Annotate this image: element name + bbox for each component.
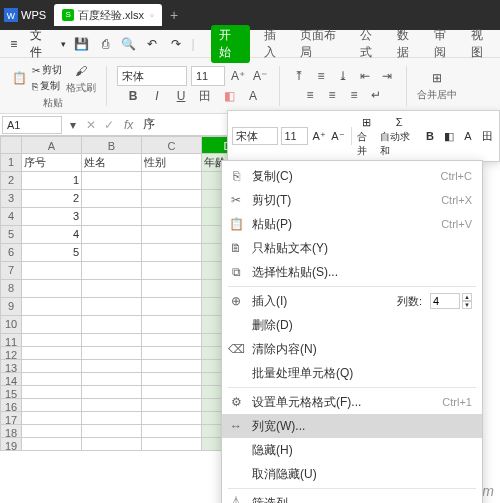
file-menu[interactable]: 文件 bbox=[30, 27, 53, 61]
menu-paste-special[interactable]: ⧉选择性粘贴(S)... bbox=[222, 260, 482, 284]
row-header[interactable]: 12 bbox=[0, 347, 22, 360]
cell[interactable] bbox=[22, 347, 82, 360]
row-header[interactable]: 15 bbox=[0, 386, 22, 399]
row-header[interactable]: 8 bbox=[0, 280, 22, 298]
row-header[interactable]: 13 bbox=[0, 360, 22, 373]
menu-col-width[interactable]: ↔列宽(W)... bbox=[222, 414, 482, 438]
row-header[interactable]: 2 bbox=[0, 172, 22, 190]
row-header[interactable]: 3 bbox=[0, 190, 22, 208]
bold-button[interactable]: B bbox=[124, 87, 142, 105]
row-header[interactable]: 11 bbox=[0, 334, 22, 347]
undo-icon[interactable]: ↶ bbox=[144, 36, 160, 52]
cell[interactable] bbox=[82, 399, 142, 412]
cell[interactable] bbox=[22, 373, 82, 386]
cell[interactable] bbox=[82, 226, 142, 244]
cell[interactable]: 2 bbox=[22, 190, 82, 208]
cell[interactable] bbox=[82, 208, 142, 226]
font-select[interactable]: 宋体 bbox=[117, 66, 187, 86]
mini-size-select[interactable]: 11 bbox=[281, 127, 309, 145]
cell[interactable] bbox=[82, 262, 142, 280]
cell[interactable] bbox=[22, 399, 82, 412]
menu-unhide[interactable]: 取消隐藏(U) bbox=[222, 462, 482, 486]
ribbon-view[interactable]: 视图 bbox=[471, 27, 494, 61]
increase-font-icon[interactable]: A⁺ bbox=[229, 67, 247, 85]
row-header[interactable]: 14 bbox=[0, 373, 22, 386]
cell[interactable] bbox=[82, 298, 142, 316]
ribbon-review[interactable]: 审阅 bbox=[434, 27, 457, 61]
cell[interactable] bbox=[142, 412, 202, 425]
cell[interactable] bbox=[142, 262, 202, 280]
cell[interactable] bbox=[142, 244, 202, 262]
underline-button[interactable]: U bbox=[172, 87, 190, 105]
formula-input[interactable]: 序 bbox=[139, 116, 159, 133]
cell[interactable] bbox=[142, 316, 202, 334]
spin-down-icon[interactable]: ▼ bbox=[462, 301, 472, 309]
spin-up-icon[interactable]: ▲ bbox=[462, 293, 472, 301]
cell[interactable] bbox=[142, 280, 202, 298]
cell[interactable]: 4 bbox=[22, 226, 82, 244]
cell[interactable] bbox=[22, 298, 82, 316]
size-select[interactable]: 11 bbox=[191, 66, 225, 86]
fill-color-button[interactable]: ◧ bbox=[220, 87, 238, 105]
select-all-corner[interactable] bbox=[0, 136, 22, 154]
copy-button[interactable]: ⎘复制 bbox=[32, 79, 62, 93]
align-left-icon[interactable]: ≡ bbox=[301, 86, 319, 104]
cell[interactable] bbox=[142, 425, 202, 438]
indent-left-icon[interactable]: ⇤ bbox=[356, 67, 374, 85]
decrease-font-icon[interactable]: A⁻ bbox=[251, 67, 269, 85]
cell[interactable] bbox=[82, 172, 142, 190]
name-box[interactable]: A1 bbox=[2, 116, 62, 134]
row-header[interactable]: 19 bbox=[0, 438, 22, 451]
row-header[interactable]: 17 bbox=[0, 412, 22, 425]
cell[interactable] bbox=[82, 316, 142, 334]
cell[interactable]: 性别 bbox=[142, 154, 202, 172]
cell[interactable] bbox=[82, 425, 142, 438]
menu-delete[interactable]: 删除(D) bbox=[222, 313, 482, 337]
file-dropdown-icon[interactable]: ▾ bbox=[61, 39, 66, 49]
col-header-B[interactable]: B bbox=[82, 136, 142, 154]
cell[interactable]: 姓名 bbox=[82, 154, 142, 172]
indent-right-icon[interactable]: ⇥ bbox=[378, 67, 396, 85]
menu-cut[interactable]: ✂剪切(T)Ctrl+X bbox=[222, 188, 482, 212]
new-tab-button[interactable]: + bbox=[170, 7, 178, 23]
menu-paste[interactable]: 📋粘贴(P)Ctrl+V bbox=[222, 212, 482, 236]
cell[interactable] bbox=[142, 334, 202, 347]
cell[interactable] bbox=[142, 298, 202, 316]
menu-paste-text[interactable]: 🗎只粘贴文本(Y) bbox=[222, 236, 482, 260]
cell[interactable] bbox=[22, 425, 82, 438]
ribbon-layout[interactable]: 页面布局 bbox=[300, 27, 346, 61]
col-header-C[interactable]: C bbox=[142, 136, 202, 154]
cell[interactable] bbox=[142, 208, 202, 226]
align-middle-icon[interactable]: ≡ bbox=[312, 67, 330, 85]
align-right-icon[interactable]: ≡ bbox=[345, 86, 363, 104]
cell[interactable] bbox=[82, 412, 142, 425]
menu-filter-col[interactable]: ⏃筛选列 bbox=[222, 491, 482, 503]
row-header[interactable]: 18 bbox=[0, 425, 22, 438]
paste-icon[interactable]: 📋 bbox=[10, 69, 28, 87]
cancel-icon[interactable]: ✕ bbox=[82, 116, 100, 134]
confirm-icon[interactable]: ✓ bbox=[100, 116, 118, 134]
menu-batch[interactable]: 批量处理单元格(Q) bbox=[222, 361, 482, 385]
row-header[interactable]: 16 bbox=[0, 399, 22, 412]
cell[interactable] bbox=[142, 172, 202, 190]
cell[interactable]: 序号 bbox=[22, 154, 82, 172]
cell[interactable]: 1 bbox=[22, 172, 82, 190]
preview-icon[interactable]: 🔍 bbox=[121, 36, 137, 52]
menu-format-cells[interactable]: ⚙设置单元格格式(F)...Ctrl+1 bbox=[222, 390, 482, 414]
cell[interactable] bbox=[22, 280, 82, 298]
cell[interactable] bbox=[22, 412, 82, 425]
mini-autosum-button[interactable]: Σ 自动求和 bbox=[380, 114, 419, 158]
cell[interactable] bbox=[142, 438, 202, 451]
cell[interactable] bbox=[82, 438, 142, 451]
row-header[interactable]: 5 bbox=[0, 226, 22, 244]
cell[interactable] bbox=[82, 190, 142, 208]
cell[interactable] bbox=[82, 360, 142, 373]
font-color-button[interactable]: A bbox=[244, 87, 262, 105]
redo-icon[interactable]: ↷ bbox=[168, 36, 184, 52]
merge-group[interactable]: ⊞ 合并居中 bbox=[413, 69, 461, 102]
align-top-icon[interactable]: ⤒ bbox=[290, 67, 308, 85]
row-header[interactable]: 7 bbox=[0, 262, 22, 280]
cell[interactable] bbox=[22, 316, 82, 334]
row-header[interactable]: 10 bbox=[0, 316, 22, 334]
menu-icon[interactable]: ≡ bbox=[6, 36, 22, 52]
